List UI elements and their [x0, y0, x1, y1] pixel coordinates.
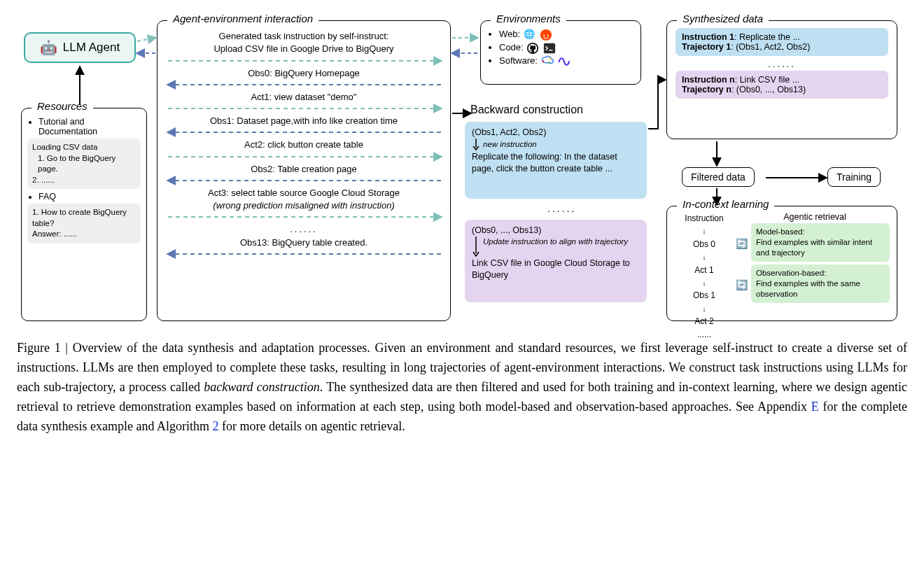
gen-line2: Upload CSV file in Google Drive to BigQu…: [164, 43, 443, 55]
caption-prefix: Figure 1 |: [17, 341, 73, 355]
icl-instruction-head: Instruction: [674, 212, 734, 225]
cycle-icon: 🔄: [736, 279, 746, 290]
globe-icon: 🌐: [524, 29, 536, 41]
icl-seq-4: ......: [674, 328, 734, 341]
env-code-label: Code:: [499, 42, 524, 52]
llm-agent-node: 🤖 LLM Agent: [24, 32, 136, 63]
arrow-to-env-3: [164, 152, 444, 162]
resources-item-tutorial: Tutorial and Documentation: [38, 117, 139, 136]
act3b: (wrong prediction misaligned with instru…: [164, 200, 443, 211]
training-box: Training: [827, 167, 881, 187]
synth-in-label: Instruction n: [682, 75, 735, 85]
env-code-item: Code:: [499, 42, 634, 55]
act1: Act1: view dataset "demo": [164, 92, 443, 103]
synth-dots: ......: [676, 59, 888, 69]
arrow-to-env-4: [164, 212, 444, 222]
observation-based-body: Find examples with the same observation: [756, 279, 860, 298]
synth-i1-body: : Replicate the ...: [734, 32, 800, 42]
icl-seq-0: Obs 0: [674, 238, 734, 251]
bc2-body: Link CSV file in Google Cloud Storage to…: [472, 258, 640, 281]
arrow-from-env-4: [164, 249, 444, 259]
tutorial-snippet: Loading CSV data 1. Go to the BigQuery p…: [27, 139, 141, 189]
model-based-head: Model-based:: [756, 227, 805, 236]
interaction-box: Agent-environment interaction Generated …: [157, 20, 451, 321]
google-cloud-icon: [541, 55, 554, 68]
synth-entry-1: Instruction 1: Replicate the ... Traject…: [676, 28, 888, 56]
bc1-line1: (Obs1, Act2, Obs2): [472, 127, 640, 139]
act2: Act2: click button create table: [164, 139, 443, 150]
reddit-icon: [540, 29, 552, 41]
arrow-from-env-3: [164, 176, 444, 185]
faq-snippet: 1. How to create BigQuery table? Answer:…: [27, 204, 141, 244]
backward-box-2: (Obs0, ..., Obs13) Update instruction to…: [465, 220, 647, 302]
terminal-icon: [543, 42, 556, 55]
resources-box: Resources Tutorial and Documentation Loa…: [21, 108, 147, 321]
icl-box: In-context learning Instruction ↓ Obs 0 …: [666, 206, 897, 321]
svg-point-10: [547, 35, 549, 36]
caption-emph: backward construction: [204, 380, 320, 394]
synth-i1-label: Instruction 1: [682, 32, 734, 42]
svg-rect-12: [544, 43, 555, 53]
backward-box-1: (Obs1, Act2, Obs2) new instruction Repli…: [465, 122, 647, 199]
icl-seq-2: Obs 1: [674, 289, 734, 302]
synth-t1-label: Trajectory 1: [682, 42, 731, 52]
env-web-item: Web: 🌐: [499, 29, 634, 41]
down-arrow-icon: [472, 139, 480, 151]
observation-based-box: Observation-based: Find examples with th…: [751, 265, 890, 303]
resources-item-faq: FAQ: [38, 192, 139, 202]
icl-legend: In-context learning: [677, 198, 774, 210]
synth-tn-label: Trajectory n: [682, 85, 732, 94]
svg-line-17: [137, 38, 155, 41]
backward-dots: ......: [547, 203, 576, 214]
shopify-icon: [557, 55, 570, 68]
env-software-item: Software:: [499, 55, 634, 68]
svg-point-9: [544, 35, 545, 36]
interaction-dots: ......: [164, 224, 443, 235]
synthesized-box: Synthesized data Instruction 1: Replicat…: [666, 20, 897, 139]
synth-tn-body: : (Obs0, ..., Obs13): [732, 85, 806, 94]
bc1-note: new instruction: [483, 139, 537, 150]
tutorial-title: Loading CSV data: [32, 142, 136, 153]
bc1-body: Replicate the following: In the dataset …: [472, 151, 640, 175]
icl-seq-3: Act 2: [674, 315, 734, 328]
github-icon: [526, 42, 539, 55]
obs0: Obs0: BigQuery Homepage: [164, 68, 443, 79]
appendix-link[interactable]: E: [811, 400, 819, 414]
bc2-note: Update instruction to align with traject…: [483, 237, 628, 246]
faq-answer: Answer: ......: [32, 229, 136, 240]
arrow-to-env-1: [164, 56, 444, 66]
backward-title: Backward construction: [470, 104, 583, 116]
synth-entry-n: Instruction n: Link CSV file ... Traject…: [676, 71, 888, 99]
synth-t1-body: : (Obs1, Act2, Obs2): [731, 42, 810, 52]
obs2: Obs2: Table creation page: [164, 164, 443, 175]
obs1: Obs1: Dataset page,with info like creati…: [164, 115, 443, 127]
environments-legend: Environments: [491, 13, 566, 24]
arrow-from-env-2: [164, 127, 444, 137]
agentic-retrieval-title: Agentic retrieval: [740, 212, 890, 222]
llm-agent-label: LLM Agent: [63, 41, 120, 55]
down-arrow-icon: [472, 237, 480, 258]
model-based-box: Model-based: Find examples with similar …: [751, 223, 890, 262]
overview-diagram: 🤖 LLM Agent Resources Tutorial and Docum…: [17, 10, 906, 332]
figure-caption: Figure 1 | Overview of the data synthesi…: [17, 339, 907, 436]
tutorial-step1: 1. Go to the BigQuery page.: [32, 153, 136, 175]
obs13: Obs13: BigQuery table created.: [164, 237, 443, 248]
robot-icon: 🤖: [40, 39, 57, 56]
icl-seq-1: Act 1: [674, 264, 734, 277]
filtered-data-box: Filtered data: [682, 167, 755, 187]
gen-line1: Generated task instruction by self-instr…: [164, 31, 443, 42]
act3a: Act3: select table source Google Cloud S…: [164, 188, 443, 199]
arrow-to-env-2: [164, 104, 444, 113]
env-software-label: Software:: [499, 55, 538, 66]
environments-box: Environments Web: 🌐 Code: Software:: [480, 20, 641, 85]
faq-question: 1. How to create BigQuery table?: [32, 207, 136, 229]
svg-point-8: [540, 29, 552, 41]
arrow-from-env-1: [164, 80, 444, 90]
cycle-icon: 🔄: [736, 238, 746, 249]
resources-legend: Resources: [31, 100, 93, 112]
tutorial-step2: 2. ......: [32, 175, 136, 186]
synth-in-body: : Link CSV file ...: [735, 75, 799, 85]
model-based-body: Find examples with similar intent and tr…: [756, 238, 872, 257]
env-web-label: Web:: [499, 29, 520, 39]
bc2-line1: (Obs0, ..., Obs13): [472, 225, 640, 237]
